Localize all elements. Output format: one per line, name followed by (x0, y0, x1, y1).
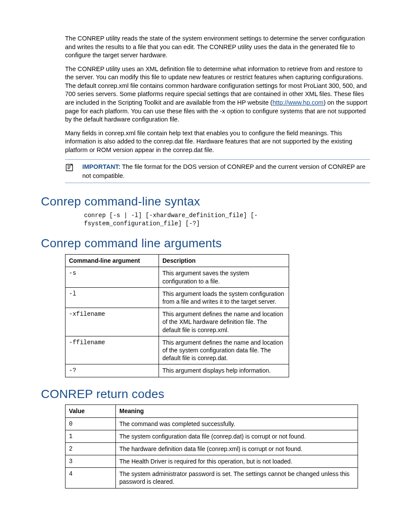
val-cell: 3 (65, 455, 116, 468)
val-cell: 4 (65, 468, 116, 488)
desc-cell: This argument defines the name and locat… (159, 336, 289, 364)
desc-cell: This argument defines the name and locat… (159, 308, 289, 336)
arg-cell: -s (65, 267, 159, 287)
arg-cell: -? (65, 364, 159, 377)
args-heading: Conrep command line arguments (41, 235, 370, 252)
args-header-arg: Command-line argument (65, 255, 159, 267)
mean-cell: The system administrator password is set… (116, 468, 358, 488)
syntax-heading: Conrep command-line syntax (41, 193, 370, 210)
table-row: 2 The hardware definition data file (con… (65, 442, 358, 455)
important-callout: IMPORTANT: The file format for the DOS v… (65, 159, 370, 183)
val-cell: 1 (65, 430, 116, 442)
important-label: IMPORTANT: (82, 163, 120, 170)
mean-cell: The command was completed successfully. (116, 417, 358, 430)
syntax-code: conrep [-s | -l] [-xhardware_definition_… (84, 212, 370, 228)
desc-cell: This argument saves the system configura… (159, 267, 289, 287)
important-text: The file format for the DOS version of C… (82, 163, 365, 179)
mean-cell: The Health Driver is required for this o… (116, 455, 358, 468)
table-row: 0 The command was completed successfully… (65, 417, 358, 430)
arg-cell: -l (65, 287, 159, 308)
args-header-desc: Description (159, 255, 289, 267)
mean-cell: The hardware definition data file (conre… (116, 442, 358, 455)
desc-cell: This argument loads the system configura… (159, 287, 289, 308)
return-codes-table: Value Meaning 0 The command was complete… (65, 404, 358, 488)
table-row: -ffilename This argument defines the nam… (65, 336, 289, 364)
ret-header-val: Value (65, 405, 116, 417)
table-row: -s This argument saves the system config… (65, 267, 289, 287)
return-heading: CONREP return codes (41, 386, 370, 402)
table-row: 4 The system administrator password is s… (65, 468, 358, 488)
desc-cell: This argument displays help information. (159, 364, 289, 377)
intro-paragraph-2: The CONREP utility uses an XML definitio… (41, 65, 370, 124)
table-row: 1 The system configuration data file (co… (65, 430, 358, 442)
arguments-table: Command-line argument Description -s Thi… (65, 254, 289, 377)
intro-paragraph-3: Many fields in conrep.xml file contain h… (41, 129, 370, 155)
ret-header-mean: Meaning (116, 405, 358, 417)
val-cell: 0 (65, 417, 116, 430)
table-row: -xfilename This argument defines the nam… (65, 308, 289, 336)
important-icon (65, 163, 74, 174)
intro-paragraph-1: The CONREP utility reads the state of th… (41, 34, 370, 60)
arg-cell: -ffilename (65, 336, 159, 364)
table-row: -? This argument displays help informati… (65, 364, 289, 377)
arg-cell: -xfilename (65, 308, 159, 336)
mean-cell: The system configuration data file (conr… (116, 430, 358, 442)
table-row: 3 The Health Driver is required for this… (65, 455, 358, 468)
val-cell: 2 (65, 442, 116, 455)
hp-link[interactable]: http://www.hp.com (272, 99, 323, 106)
table-row: -l This argument loads the system config… (65, 287, 289, 308)
